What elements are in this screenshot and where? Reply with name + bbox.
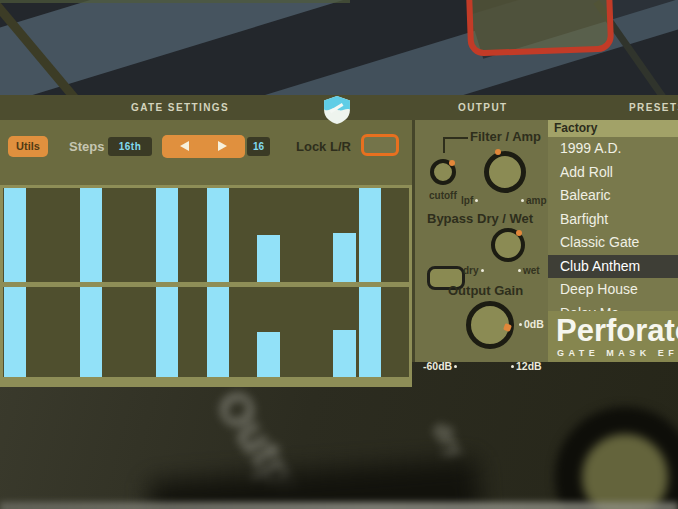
dry-wet-title: Dry / Wet: [477, 211, 533, 226]
gate-step-bar[interactable]: [80, 287, 102, 377]
gate-step-bar[interactable]: [333, 233, 355, 282]
step-division-value[interactable]: 16th: [108, 137, 152, 156]
gain-min-label: -60dB: [423, 360, 459, 372]
filter-amp-bracket: [443, 137, 468, 153]
screen: Output dry GATE SETTINGS OUTPUT PRESETS …: [0, 0, 678, 509]
gate-step-bar[interactable]: [257, 332, 279, 377]
plugin-window: GATE SETTINGS OUTPUT PRESETS Utils Steps…: [0, 95, 678, 362]
gate-step-bar[interactable]: [333, 330, 355, 377]
dry-wet-knob-indicator: [516, 230, 522, 236]
gate-step-bar[interactable]: [4, 188, 26, 282]
gate-step-bar[interactable]: [156, 188, 178, 282]
branding-band: Perforator GATE MASK EFFECT: [548, 311, 678, 362]
background-top: [0, 0, 678, 95]
filter-amp-title: Filter / Amp: [470, 129, 541, 144]
output-section: Filter / Amp cutoff lpf amp Bypass Dry /…: [415, 120, 548, 362]
utils-button[interactable]: Utils: [8, 136, 48, 157]
preset-item[interactable]: Club Anthem: [548, 255, 678, 279]
increment-arrow-icon[interactable]: [218, 141, 227, 151]
gate-step-bar[interactable]: [257, 235, 279, 282]
gate-step-bar[interactable]: [359, 188, 381, 282]
tick-dot: [511, 365, 514, 368]
steps-label: Steps: [69, 139, 104, 154]
output-gain-title: Output Gain: [448, 283, 523, 298]
wet-label: wet: [516, 265, 540, 276]
tick-dot: [481, 269, 484, 272]
preset-list: 1999 A.D.Add RollBalearicBarfightClassic…: [548, 137, 678, 325]
preset-item[interactable]: Add Roll: [548, 161, 678, 185]
tab-presets[interactable]: PRESETS: [629, 102, 678, 113]
bypass-title: Bypass: [427, 211, 473, 226]
sequencer-row-right[interactable]: [3, 287, 409, 377]
background-red-frame: [466, 0, 614, 57]
gate-step-bar[interactable]: [4, 287, 26, 377]
tab-gate-settings[interactable]: GATE SETTINGS: [131, 102, 229, 113]
lock-lr-label: Lock L/R: [296, 139, 351, 154]
step-sequencer: [0, 185, 412, 387]
filter-amp-knob-indicator: [495, 149, 501, 155]
background-dry-text: dry: [427, 417, 471, 464]
gate-step-bar[interactable]: [207, 188, 229, 282]
preset-item[interactable]: 1999 A.D.: [548, 137, 678, 161]
cutoff-knob-indicator: [449, 160, 455, 166]
gate-step-bar[interactable]: [359, 287, 381, 377]
decrement-arrow-icon[interactable]: [180, 141, 189, 151]
shield-logo-icon[interactable]: [324, 96, 350, 124]
background-light-band: [0, 502, 678, 509]
gate-step-bar[interactable]: [80, 188, 102, 282]
preset-bank-header[interactable]: Factory: [548, 120, 678, 137]
gate-step-bar[interactable]: [207, 287, 229, 377]
tick-dot: [521, 199, 524, 202]
background-line: [0, 0, 350, 3]
lpf-label: lpf: [461, 195, 480, 206]
preset-item[interactable]: Balearic: [548, 184, 678, 208]
gain-max-label: 12dB: [509, 360, 542, 372]
preset-panel: Factory 1999 A.D.Add RollBalearicBarfigh…: [548, 120, 678, 362]
gate-settings-section: Utils Steps 16th 16 Lock L/R: [0, 120, 412, 362]
lock-lr-toggle[interactable]: [361, 134, 399, 156]
dry-label: dry: [463, 265, 486, 276]
step-count-value[interactable]: 16: [247, 137, 270, 156]
tick-dot: [519, 323, 522, 326]
background-knob: [555, 407, 678, 509]
preset-item[interactable]: Barfight: [548, 208, 678, 232]
tab-output[interactable]: OUTPUT: [458, 102, 508, 113]
preset-item[interactable]: Classic Gate: [548, 231, 678, 255]
plugin-name: Perforator: [556, 313, 678, 349]
plugin-tagline: GATE MASK EFFECT: [557, 348, 678, 358]
filter-amp-knob[interactable]: [484, 151, 526, 193]
sequencer-row-left[interactable]: [3, 188, 409, 282]
tick-dot: [518, 269, 521, 272]
amp-label: amp: [519, 195, 547, 206]
tick-dot: [475, 199, 478, 202]
tick-dot: [454, 365, 457, 368]
gain-zero-label: 0dB: [517, 318, 544, 330]
preset-item[interactable]: Deep House: [548, 278, 678, 302]
cutoff-label: cutoff: [429, 190, 457, 201]
gate-step-bar[interactable]: [156, 287, 178, 377]
step-count-stepper[interactable]: [162, 135, 245, 158]
